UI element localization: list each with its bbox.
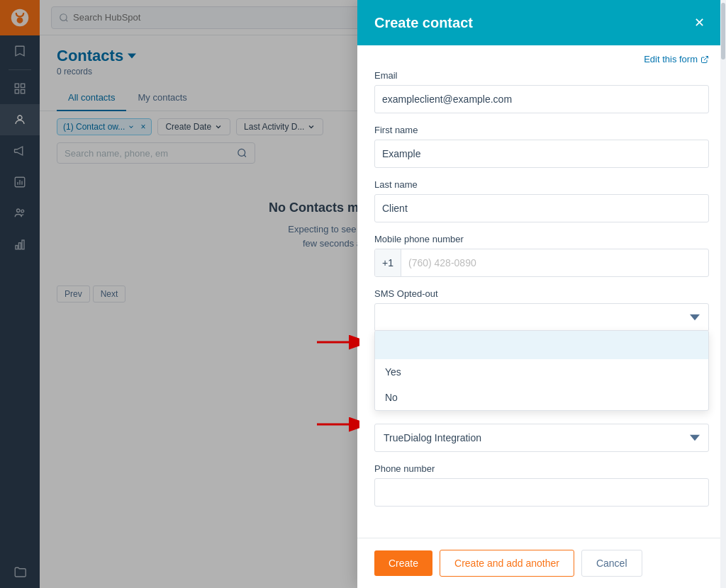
- truedialog-field-group: TrueDialog Integration: [374, 424, 709, 452]
- sms-opted-out-label: SMS Opted-out: [374, 288, 709, 299]
- phone-number-label: Phone number: [374, 463, 709, 474]
- sms-dropdown-container: Yes No: [374, 303, 709, 332]
- email-label: Email: [374, 70, 709, 81]
- sms-dropdown-chevron: [690, 312, 700, 322]
- cancel-button[interactable]: Cancel: [581, 550, 642, 577]
- modal-title: Create contact: [374, 15, 473, 31]
- first-name-field-group: First name: [374, 125, 709, 168]
- phone-number-field-group: Phone number: [374, 463, 709, 507]
- truedialog-dropdown[interactable]: TrueDialog Integration: [374, 424, 709, 452]
- dropdown-option-no[interactable]: No: [375, 385, 708, 410]
- last-name-label: Last name: [374, 179, 709, 190]
- first-name-label: First name: [374, 125, 709, 135]
- create-add-another-button[interactable]: Create and add another: [440, 550, 574, 577]
- sms-dropdown-menu: Yes No: [374, 330, 709, 411]
- edit-form-link-text: Edit this form: [644, 54, 698, 64]
- dropdown-blank-option[interactable]: [375, 331, 708, 359]
- mobile-phone-field-group: Mobile phone number +1: [374, 234, 709, 277]
- sms-opted-out-dropdown[interactable]: [374, 303, 709, 332]
- create-button[interactable]: Create: [374, 550, 432, 576]
- edit-form-link[interactable]: Edit this form: [644, 54, 709, 64]
- form-section: Email First name Last name Mobile phone …: [357, 70, 726, 529]
- mobile-phone-label: Mobile phone number: [374, 234, 709, 244]
- option-no-label: No: [385, 392, 398, 403]
- sms-opted-out-field-group: SMS Opted-out Yes No: [374, 288, 709, 332]
- modal-close-button[interactable]: ✕: [689, 13, 709, 33]
- edit-form-link-container: Edit this form: [357, 45, 726, 70]
- option-yes-label: Yes: [385, 366, 401, 378]
- last-name-field-group: Last name: [374, 179, 709, 222]
- truedialog-label: TrueDialog Integration: [384, 432, 481, 443]
- mobile-phone-input-wrapper: +1: [374, 249, 709, 277]
- modal-scrollbar[interactable]: [720, 0, 726, 588]
- modal-header: Create contact ✕: [357, 0, 726, 45]
- modal-footer: Create Create and add another Cancel: [357, 538, 726, 588]
- modal-scrollbar-thumb: [721, 3, 725, 60]
- modal-body: Edit this form Email First name Last nam…: [357, 45, 726, 538]
- create-contact-modal: Create contact ✕ Edit this form Email Fi…: [357, 0, 726, 588]
- phone-prefix: +1: [375, 249, 401, 276]
- dropdown-option-yes[interactable]: Yes: [375, 359, 708, 385]
- svg-line-20: [704, 56, 708, 60]
- phone-number-input[interactable]: [374, 478, 709, 507]
- email-input[interactable]: [374, 85, 709, 113]
- mobile-phone-input[interactable]: [401, 257, 708, 268]
- first-name-input[interactable]: [374, 140, 709, 168]
- truedialog-chevron: [690, 433, 700, 443]
- email-field-group: Email: [374, 70, 709, 113]
- external-link-icon: [700, 55, 709, 64]
- last-name-input[interactable]: [374, 194, 709, 222]
